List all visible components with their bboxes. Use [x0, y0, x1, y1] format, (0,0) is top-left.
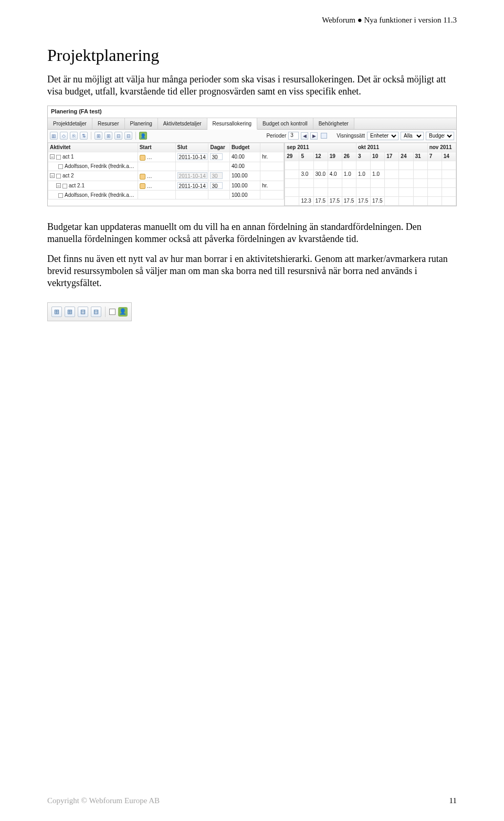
timeline-cell[interactable]: [413, 178, 427, 187]
drill-to-resource-checkbox[interactable]: [109, 309, 116, 315]
expand-all-icon[interactable]: ⊞: [51, 307, 62, 317]
resource-person-icon[interactable]: 👤: [118, 307, 128, 317]
timeline-cell[interactable]: 17.5: [342, 196, 356, 205]
timeline-cell[interactable]: [313, 178, 328, 187]
timeline-cell[interactable]: [399, 178, 413, 187]
timeline-cell[interactable]: 1.0: [356, 170, 370, 178]
start-cell[interactable]: 2011-09-05: [138, 152, 175, 162]
tool-icon-2[interactable]: ◇: [60, 132, 68, 140]
timeline-cell[interactable]: [313, 161, 328, 170]
resource-icon[interactable]: 👤: [139, 132, 147, 140]
row-checkbox[interactable]: [56, 155, 61, 160]
timeline-cell[interactable]: [299, 187, 313, 196]
end-cell[interactable]: 2011-10-14: [175, 152, 208, 162]
timeline-cell[interactable]: 3.0: [299, 170, 313, 178]
activity-cell[interactable]: −act 2: [48, 171, 138, 181]
expand-icon[interactable]: ⊞: [94, 132, 102, 140]
timeline-cell[interactable]: [328, 161, 342, 170]
timeline-cell[interactable]: [427, 170, 442, 178]
timeline-cell[interactable]: [299, 178, 313, 187]
budget-select[interactable]: Budget: [426, 132, 454, 140]
start-cell[interactable]: 2011-09-05: [138, 181, 175, 191]
tree-toggle-icon[interactable]: −: [50, 173, 55, 178]
timeline-cell[interactable]: [442, 196, 456, 205]
activity-cell[interactable]: −act 2.1: [48, 181, 138, 191]
timeline-cell[interactable]: [413, 170, 427, 178]
timeline-cell[interactable]: [413, 161, 427, 170]
alla-select[interactable]: Alla: [401, 132, 424, 140]
tab-budget-och-kontroll[interactable]: Budget och kontroll: [257, 118, 313, 129]
period-next-button[interactable]: ▶: [310, 132, 318, 140]
timeline-cell[interactable]: [285, 170, 299, 178]
timeline-cell[interactable]: [371, 187, 385, 196]
visningssatt-select[interactable]: Enheter: [367, 132, 398, 140]
timeline-cell[interactable]: [385, 196, 399, 205]
timeline-cell[interactable]: [442, 161, 456, 170]
timeline-cell[interactable]: [342, 178, 356, 187]
tree-toggle-icon[interactable]: −: [50, 154, 55, 159]
timeline-cell[interactable]: [356, 187, 370, 196]
activity-cell[interactable]: Adolfsson, Fredrik (fredrik.adolfsson@..…: [48, 191, 138, 199]
tab-projektdetaljer[interactable]: Projektdetaljer: [48, 118, 92, 129]
timeline-cell[interactable]: [356, 178, 370, 187]
timeline-cell[interactable]: [356, 161, 370, 170]
row-checkbox[interactable]: [56, 174, 61, 178]
tab-behörigheter[interactable]: Behörigheter: [313, 118, 354, 129]
timeline-cell[interactable]: [299, 161, 313, 170]
tab-planering[interactable]: Planering: [125, 118, 158, 129]
expand-branch-icon[interactable]: ⊞: [65, 307, 75, 317]
timeline-cell[interactable]: [442, 187, 456, 196]
period-prev-button[interactable]: ◀: [301, 132, 308, 140]
perioder-input[interactable]: 3: [288, 132, 299, 140]
timeline-cell[interactable]: [399, 196, 413, 205]
timeline-cell[interactable]: [413, 196, 427, 205]
tree-toggle-icon[interactable]: −: [56, 183, 61, 188]
timeline-cell[interactable]: 17.5: [328, 196, 342, 205]
timeline-cell[interactable]: [427, 161, 442, 170]
timeline-cell[interactable]: [285, 178, 299, 187]
tree-expand-icon[interactable]: ⊟: [114, 132, 122, 140]
tool-icon-4[interactable]: ⇅: [80, 132, 88, 140]
timeline-cell[interactable]: [399, 170, 413, 178]
timeline-cell[interactable]: [427, 178, 442, 187]
timeline-cell[interactable]: [371, 161, 385, 170]
row-checkbox[interactable]: [62, 184, 67, 188]
timeline-cell[interactable]: [399, 161, 413, 170]
collapse-all-icon[interactable]: ⊟: [91, 307, 101, 317]
timeline-cell[interactable]: [399, 187, 413, 196]
timeline-cell[interactable]: [427, 196, 442, 205]
timeline-cell[interactable]: [385, 170, 399, 178]
timeline-cell[interactable]: [442, 170, 456, 178]
timeline-cell[interactable]: 17.5: [356, 196, 370, 205]
days-cell[interactable]: 30: [208, 181, 229, 191]
tree-collapse-icon[interactable]: ⊟: [124, 132, 132, 140]
timeline-cell[interactable]: 1.0: [342, 170, 356, 178]
timeline-cell[interactable]: 17.5: [313, 196, 328, 205]
timeline-cell[interactable]: 17.5: [371, 196, 385, 205]
timeline-cell[interactable]: [427, 187, 442, 196]
timeline-cell[interactable]: [285, 196, 299, 205]
timeline-cell[interactable]: 30.0: [313, 170, 328, 178]
timeline-cell[interactable]: [413, 187, 427, 196]
row-checkbox[interactable]: [58, 164, 63, 169]
timeline-cell[interactable]: [385, 187, 399, 196]
days-cell[interactable]: 30: [208, 152, 229, 162]
timeline-cell[interactable]: [371, 178, 385, 187]
timeline-cell[interactable]: 12.3: [299, 196, 313, 205]
tool-icon-3[interactable]: ⎘: [70, 132, 78, 140]
timeline-cell[interactable]: [342, 187, 356, 196]
tab-resursallokering[interactable]: Resursallokering: [207, 118, 257, 130]
timeline-cell[interactable]: [285, 161, 299, 170]
timeline-cell[interactable]: [442, 178, 456, 187]
timeline-cell[interactable]: [313, 187, 328, 196]
timeline-cell[interactable]: [285, 187, 299, 196]
timeline-cell[interactable]: [328, 178, 342, 187]
collapse-icon[interactable]: ⊞: [104, 132, 112, 140]
calendar-icon[interactable]: [321, 133, 327, 139]
tab-resurser[interactable]: Resurser: [92, 118, 125, 129]
row-checkbox[interactable]: [58, 193, 63, 198]
end-cell[interactable]: 2011-10-14: [175, 181, 208, 191]
timeline-cell[interactable]: [342, 161, 356, 170]
timeline-cell[interactable]: [385, 178, 399, 187]
tab-aktivitetsdetaljer[interactable]: Aktivitetsdetaljer: [158, 118, 207, 129]
